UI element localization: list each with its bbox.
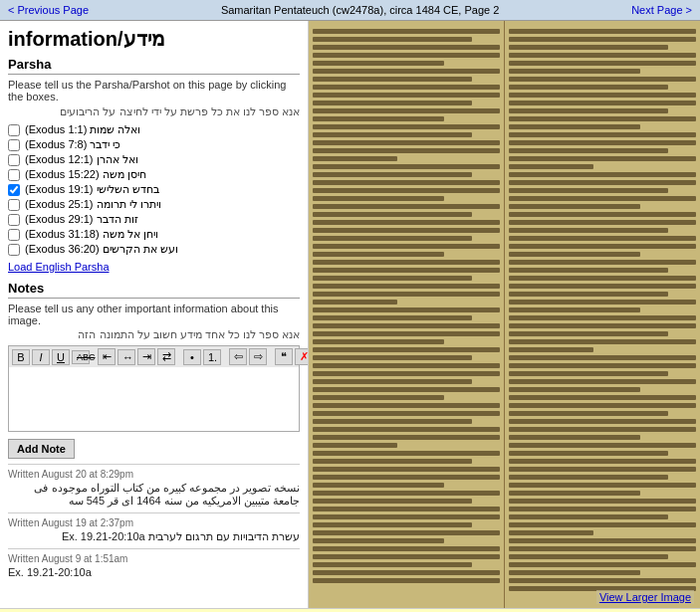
ms-line [313,85,500,90]
parsha-item-8: ועש את הקרשים (Exodus 36:20) [8,243,300,256]
ms-line [509,300,696,305]
ms-line [313,132,472,137]
ms-line [313,252,444,257]
ms-line [313,37,472,42]
ms-line [509,236,696,241]
parsha-item-7: ויחן אל משה (Exodus 31:18) [8,228,300,241]
parsha-label-2: ואל אהרן (Exodus 12:1) [25,153,138,166]
ms-line [313,53,500,58]
ms-line [313,435,500,440]
ms-line [313,93,500,98]
ms-line [313,148,500,153]
notes-textarea[interactable] [8,367,300,432]
parsha-checkbox-0[interactable] [8,124,20,136]
parsha-checkbox-2[interactable] [8,154,20,166]
note-content-0: نسخه تصویر در مجموعه کبیره من کتاب التور… [8,482,300,508]
justify-button[interactable]: ⇄ [157,348,175,365]
parsha-checkbox-5[interactable] [8,199,20,211]
parsha-checkbox-6[interactable] [8,214,20,226]
ms-line [313,355,472,360]
parsha-checkbox-8[interactable] [8,244,20,256]
ms-line [313,69,500,74]
ms-line [313,140,500,145]
strikethrough-button[interactable]: ABC [72,350,90,364]
parsha-label-3: חיסן משה (Exodus 15:22) [25,168,146,181]
ms-line [509,101,696,105]
ms-line [509,395,696,400]
ms-line [313,188,500,193]
ms-line [509,244,696,249]
ms-line [313,180,500,185]
ms-line [509,212,696,217]
parsha-checkbox-4[interactable] [8,184,20,196]
blockquote-button[interactable]: ❝ [275,348,293,365]
parsha-item-2: ואל אהרן (Exodus 12:1) [8,153,300,166]
next-page-link[interactable]: Next Page > [631,4,692,16]
ms-line [313,164,500,169]
italic-button[interactable]: I [32,349,50,365]
ms-line [313,124,500,129]
ms-line [509,164,593,169]
note-entry-1: Written August 19 at 2:37pm עשרת הדיבויו… [8,512,300,543]
ms-line [313,395,444,400]
ms-line [313,196,444,201]
ol-button[interactable]: 1. [203,349,221,365]
parsha-label-7: ויחן אל משה (Exodus 31:18) [25,228,158,241]
parsha-checkbox-7[interactable] [8,229,20,241]
ms-line [313,562,472,567]
parsha-checkbox-1[interactable] [8,139,20,151]
ms-line [313,578,500,583]
ms-line [509,443,696,448]
note-content-2: Ex. 19.21-20:10a [8,566,300,578]
ms-line [509,379,696,384]
ms-line [509,196,696,201]
add-note-button[interactable]: Add Note [8,439,75,459]
note-timestamp-0: Written August 20 at 8:29pm [8,469,300,480]
bold-button[interactable]: B [12,349,30,365]
indent-button[interactable]: ⇨ [249,348,267,365]
ms-line [313,483,444,488]
note-content-1: עשרת הדיבויות עם תרגום לערבית Ex. 19.21-… [8,530,300,543]
ms-line [313,347,500,352]
ms-line [313,77,472,82]
ms-line [509,514,668,519]
notes-desc-he: אנא ספר לנו כל אחד מידע חשוב על התמונה ה… [8,328,300,341]
ms-line [313,61,444,66]
load-parsha-link[interactable]: Load English Parsha [8,261,300,273]
ms-line [313,411,500,416]
ms-line [509,371,668,376]
ms-line [313,363,500,368]
ms-line [313,530,500,535]
ul-button[interactable]: • [183,349,201,365]
ms-line [509,93,696,98]
parsha-checkbox-3[interactable] [8,169,20,181]
ms-line [509,307,640,312]
view-larger-link[interactable]: View Larger Image [596,590,694,604]
align-center-button[interactable]: ↔ [117,349,135,365]
outdent-button[interactable]: ⇦ [229,348,247,365]
ms-line [509,387,640,392]
ms-line [509,108,668,113]
ms-line [509,483,696,488]
parsha-label-1: כי ידבר (Exodus 7:8) [25,138,121,151]
ms-line [313,475,500,480]
parsha-item-6: זות הדבר (Exodus 29:1) [8,213,300,226]
ms-line [509,491,640,496]
remove-format-button[interactable]: ✗ [295,348,309,365]
ms-line [509,228,668,233]
note-entry-2: Written August 9 at 1:51am Ex. 19.21-20:… [8,548,300,578]
ms-line [509,522,696,527]
ms-line [313,212,472,217]
ms-line [313,284,500,289]
ms-line [313,507,500,511]
parsha-item-0: ואלה שמות (Exodus 1:1) [8,123,300,136]
align-right-button[interactable]: ⇥ [137,348,155,365]
parsha-label-8: ועש את הקרשים (Exodus 36:20) [25,243,178,256]
ms-line [313,491,500,496]
underline-button[interactable]: U [52,349,70,365]
prev-page-link[interactable]: < Previous Page [8,4,89,16]
status-bar: When you are done, you only need return … [0,608,700,612]
ms-line [313,331,500,336]
editor-toolbar: B I U ABC ⇤ ↔ ⇥ ⇄ • 1. ⇦ ⇨ ❝ ✗ [8,345,300,367]
align-left-button[interactable]: ⇤ [98,348,116,365]
